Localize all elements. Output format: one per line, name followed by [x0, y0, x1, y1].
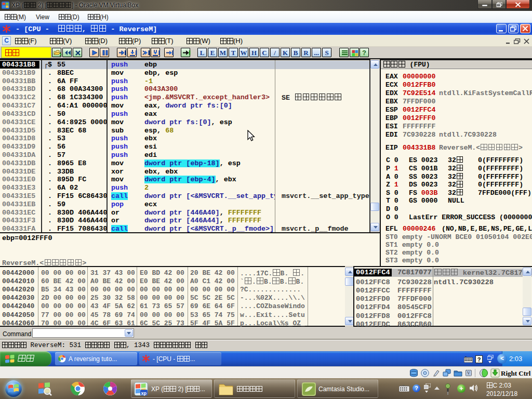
svg-text:V: V: [467, 371, 470, 376]
svg-text:xp: xp: [141, 391, 147, 396]
